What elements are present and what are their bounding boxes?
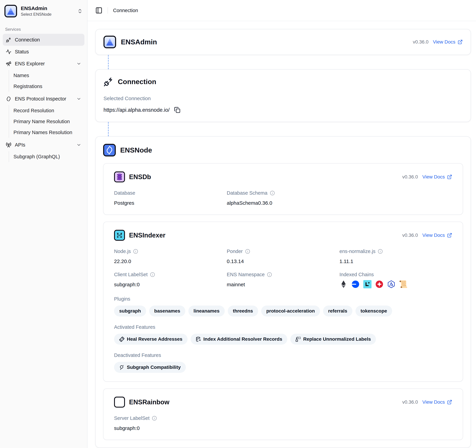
optimism-chain-icon [375,280,383,288]
telescope-icon [6,61,11,67]
version-label: v0.36.0 [402,233,418,238]
field-ponder: Ponder 0.13.14 [227,249,340,264]
sidebar-item-primary-names-resolution[interactable]: Primary Names Resolution [9,127,84,138]
card-title: ENSAdmin [121,38,157,46]
info-icon[interactable] [150,272,155,277]
radio-tower-icon [6,142,11,148]
sidebar: ENSAdmin Select ENSNode Services Connect… [0,0,87,448]
sidebar-item-record-resolution[interactable]: Record Resolution [9,105,84,116]
field-ens-namespace: ENS Namespace mainnet [227,272,340,288]
scroll-chain-icon: 📜 [399,280,407,288]
sidebar-item-names[interactable]: Names [9,70,84,81]
sidebar-item-registrations[interactable]: Registrations [9,81,84,92]
info-icon[interactable] [152,416,157,421]
view-docs-link[interactable]: View Docs [433,39,463,45]
version-label: v0.36.0 [402,174,418,180]
view-docs-link[interactable]: View Docs [422,399,452,405]
ensadmin-logo-icon [5,5,17,17]
sidebar-item-connection[interactable]: Connection [3,34,84,46]
feature-pill: Heal Reverse Addresses [114,334,187,345]
field-indexed-chains: Indexed Chains [340,272,452,288]
plugin-pill: threedns [228,305,258,316]
chevrons-up-down-icon [77,8,83,14]
chevron-down-icon[interactable] [76,61,81,66]
chevron-down-icon[interactable] [76,143,81,147]
ensdb-logo-icon [114,172,125,182]
deactivated-features-list: Subgraph Compatibility [114,362,452,373]
plugin-pill: tokenscope [356,305,392,316]
connection-card: Connection Selected Connection https://a… [95,69,471,122]
feature-pill: Replace Unnormalized Labels [290,334,376,345]
bandage-icon [118,335,126,343]
external-link-icon [447,174,452,179]
app-title: ENSAdmin [21,6,51,11]
plugin-pill: referrals [323,305,352,316]
plugins-list: subgraph basenames lineanames threedns p… [114,305,452,316]
plugin-pill: protocol-acceleration [261,305,320,316]
card-title: ENSNode [120,146,152,154]
version-label: v0.36.0 [402,399,418,405]
arbitrum-chain-icon [387,280,395,288]
plug-zap-icon [103,77,113,87]
ens-mark-icon [6,96,11,102]
linea-chain-icon [363,280,372,288]
ensadmin-card: ENSAdmin v0.36.0 View Docs [95,29,471,55]
external-link-icon [447,233,452,238]
content: ENSAdmin v0.36.0 View Docs Connection [87,21,476,448]
external-link-icon [458,39,463,45]
sidebar-item-primary-name-resolution[interactable]: Primary Name Resolution [9,116,84,127]
info-icon[interactable] [245,249,250,254]
sidebar-item-status[interactable]: Status [3,46,84,58]
sidebar-item-ens-protocol-inspector[interactable]: ENS Protocol Inspector [3,93,84,105]
ensrainbow-logo-icon [114,397,125,408]
sidebar-item-subgraph-graphql[interactable]: Subgraph (GraphQL) [9,151,84,162]
apis-sublist: Subgraph (GraphQL) [9,151,84,162]
app-subtitle: Select ENSNode [21,12,51,17]
card-title: ENSDb [129,173,151,181]
ensindexer-card: ENSIndexer v0.36.0 View Docs [103,222,463,382]
sidebar-toggle-button[interactable] [95,7,102,14]
feature-pill: Subgraph Compatibility [114,362,186,373]
view-docs-link[interactable]: View Docs [422,233,452,238]
ensnode-logo-icon [103,144,116,156]
field-ens-normalize: ens-normalize.js 1.11.1 [340,249,452,264]
sidebar-item-apis[interactable]: APIs [3,139,84,151]
field-client-labelset: Client LabelSet subgraph:0 [114,272,227,288]
breadcrumb: Connection [113,8,138,13]
field-database-schema: Database Schema alphaSchema0.36.0 [227,190,340,206]
version-label: v0.36.0 [413,39,428,45]
ensdb-card: ENSDb v0.36.0 View Docs Dat [103,163,463,215]
ensrainbow-card: ENSRainbow v0.36.0 View Docs [103,388,463,440]
info-icon[interactable] [133,249,138,254]
ensindexer-logo-icon [114,230,125,241]
copy-url-button[interactable] [174,107,180,113]
chevron-down-icon[interactable] [76,96,81,101]
card-title: ENSIndexer [129,232,165,239]
connection-url: https://api.alpha.ensnode.io/ [103,107,170,113]
topbar-divider [108,7,108,14]
ethereum-chain-icon [340,280,348,288]
services-section-label: Services [5,27,82,32]
card-title: Connection [118,78,156,86]
info-icon[interactable] [270,190,275,195]
subgraph-icon [119,365,125,370]
sidebar-nav: Connection Status ENS Explorer Names Reg… [3,34,84,163]
plugin-pill: lineanames [188,305,225,316]
info-icon[interactable] [267,272,272,277]
field-nodejs: Node.js 22.20.0 [114,249,227,264]
sidebar-item-ens-explorer[interactable]: ENS Explorer [3,58,84,70]
plugin-pill: basenames [149,305,186,316]
topbar: Connection [87,0,476,21]
replace-icon [295,337,301,342]
ensnode-card: ENSNode [95,136,471,448]
field-server-labelset: Server LabelSet subgraph:0 [114,415,227,431]
ens-protocol-inspector-sublist: Record Resolution Primary Name Resolutio… [9,105,84,138]
ensnode-selector-button[interactable]: ENSAdmin Select ENSNode [3,3,84,19]
feature-pill: Index Additional Resolver Records [191,334,287,345]
base-chain-icon [351,280,360,288]
info-icon[interactable] [378,249,383,254]
view-docs-link[interactable]: View Docs [422,174,452,180]
activated-features-label: Activated Features [114,324,452,330]
dashed-connector [108,55,109,69]
plug-zap-icon [6,37,11,43]
